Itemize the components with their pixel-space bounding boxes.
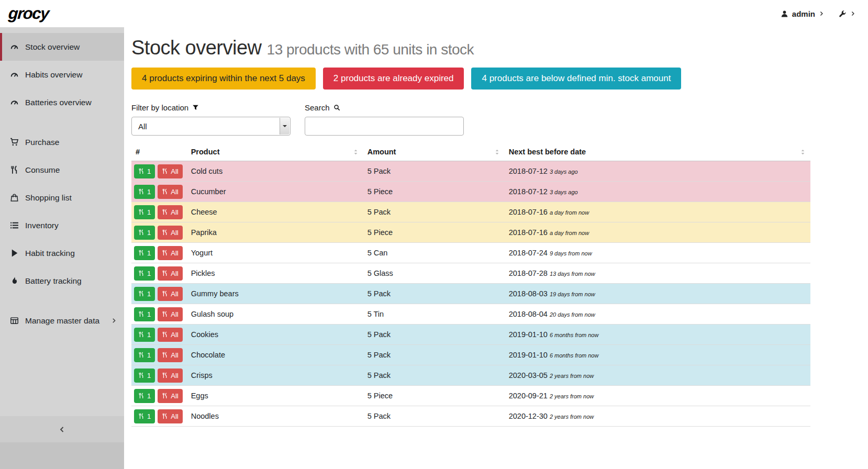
utensils-icon <box>162 250 168 256</box>
select-caret-icon <box>280 118 290 135</box>
stock-row: 1AllPaprika5 Piece2018-07-16 a day from … <box>131 222 810 243</box>
row-actions-cell: 1All <box>131 182 187 202</box>
consume-all-button[interactable]: All <box>158 348 182 362</box>
sidebar-item-battery-tracking[interactable]: Battery tracking <box>0 267 124 295</box>
date-cell: 2020-12-30 2 years from now <box>505 406 810 427</box>
consume-one-button[interactable]: 1 <box>134 185 155 199</box>
utensils-icon <box>162 168 168 174</box>
flame-icon <box>9 276 19 285</box>
row-actions-cell: 1All <box>131 345 187 365</box>
consume-one-button[interactable]: 1 <box>134 205 155 219</box>
utensils-icon <box>138 270 144 276</box>
consume-all-button[interactable]: All <box>158 185 182 199</box>
sidebar-item-shopping-list[interactable]: Shopping list <box>0 184 124 211</box>
row-actions-cell: 1All <box>131 365 187 386</box>
utensils-icon <box>162 209 168 215</box>
bag-icon <box>9 193 19 202</box>
sidebar: Stock overviewHabits overviewBatteries o… <box>0 27 124 469</box>
alert-below-min-stock[interactable]: 4 products are below defined min. stock … <box>471 68 681 90</box>
consume-one-button[interactable]: 1 <box>134 409 155 423</box>
filter-icon <box>192 104 199 111</box>
sort-icon[interactable] <box>494 149 500 155</box>
sidebar-item-batteries-overview[interactable]: Batteries overview <box>0 88 124 116</box>
gauge-icon <box>9 42 19 51</box>
consume-one-button[interactable]: 1 <box>134 328 155 342</box>
consume-all-button[interactable]: All <box>158 226 182 240</box>
amount-cell: 5 Piece <box>363 182 505 202</box>
alert-already-expired[interactable]: 2 products are already expired <box>323 68 464 90</box>
consume-one-button[interactable]: 1 <box>134 266 155 281</box>
consume-all-button[interactable]: All <box>158 164 182 178</box>
sidebar-item-manage-master-data[interactable]: Manage master data <box>0 307 124 334</box>
sidebar-item-inventory[interactable]: Inventory <box>0 211 124 239</box>
utensils-icon <box>162 352 168 358</box>
consume-one-button[interactable]: 1 <box>134 389 155 403</box>
location-filter-select[interactable]: All <box>131 117 291 136</box>
user-menu[interactable]: admin <box>781 9 824 18</box>
amount-cell: 5 Can <box>363 243 505 263</box>
row-actions-cell: 1All <box>131 202 187 222</box>
product-cell: Paprika <box>187 222 363 243</box>
utensils-icon <box>138 352 144 358</box>
amount-cell: 5 Pack <box>363 202 505 222</box>
app-header: grocy admin <box>0 0 868 27</box>
product-cell: Eggs <box>187 386 363 406</box>
consume-one-button[interactable]: 1 <box>134 246 155 260</box>
sidebar-item-habit-tracking[interactable]: Habit tracking <box>0 239 124 267</box>
page-subtitle: 13 products with 65 units in stock <box>267 41 474 58</box>
product-cell: Cheese <box>187 202 363 222</box>
consume-all-button[interactable]: All <box>158 205 182 219</box>
consume-all-button[interactable]: All <box>158 266 182 281</box>
sidebar-item-consume[interactable]: Consume <box>0 156 124 184</box>
consume-all-button[interactable]: All <box>158 246 182 260</box>
consume-one-button[interactable]: 1 <box>134 368 155 383</box>
consume-all-button[interactable]: All <box>158 368 182 383</box>
location-filter-value: All <box>138 122 147 131</box>
date-cell: 2018-08-03 19 days from now <box>505 284 810 304</box>
amount-cell: 5 Pack <box>363 406 505 427</box>
consume-one-button[interactable]: 1 <box>134 226 155 240</box>
stock-row: 1AllGulash soup5 Tin2018-08-04 20 days f… <box>131 304 810 325</box>
stock-row: 1AllGummy bears5 Pack2018-08-03 19 days … <box>131 284 810 304</box>
column-header-next-best-before-date[interactable]: Next best before date <box>505 143 810 161</box>
sidebar-item-purchase[interactable]: Purchase <box>0 128 124 156</box>
sort-icon[interactable] <box>799 149 806 155</box>
row-actions-cell: 1All <box>131 386 187 406</box>
sort-icon[interactable] <box>352 149 359 155</box>
utensils-icon <box>138 331 144 338</box>
consume-all-button[interactable]: All <box>158 389 182 403</box>
sidebar-item-stock-overview[interactable]: Stock overview <box>0 33 124 61</box>
consume-all-button[interactable]: All <box>158 328 182 342</box>
consume-one-button[interactable]: 1 <box>134 287 155 301</box>
sidebar-item-label: Manage master data <box>25 316 105 326</box>
consume-all-button[interactable]: All <box>158 287 182 301</box>
sidebar-collapse-button[interactable] <box>0 416 124 442</box>
date-cell: 2020-03-05 2 years from now <box>505 365 810 386</box>
app-logo: grocy <box>8 4 49 23</box>
sidebar-divider <box>0 295 124 307</box>
column-header-product[interactable]: Product <box>187 143 363 161</box>
sidebar-item-label: Battery tracking <box>25 276 117 286</box>
user-icon <box>781 10 788 18</box>
utensils-icon <box>138 209 144 215</box>
column-header-amount[interactable]: Amount <box>363 143 505 161</box>
search-input[interactable] <box>305 117 464 136</box>
row-actions-cell: 1All <box>131 161 187 182</box>
utensils-icon <box>138 168 144 174</box>
sidebar-item-habits-overview[interactable]: Habits overview <box>0 61 124 88</box>
consume-one-button[interactable]: 1 <box>134 164 155 178</box>
consume-one-button[interactable]: 1 <box>134 348 155 362</box>
sidebar-divider <box>0 116 124 128</box>
consume-all-button[interactable]: All <box>158 409 182 423</box>
settings-menu[interactable] <box>839 10 855 18</box>
product-cell: Gummy bears <box>187 284 363 304</box>
alert-expiring-soon[interactable]: 4 products expiring within the next 5 da… <box>131 68 316 90</box>
consume-all-button[interactable]: All <box>158 307 182 321</box>
user-menu-label: admin <box>792 9 815 18</box>
list-icon <box>9 221 19 230</box>
product-cell: Noodles <box>187 406 363 427</box>
consume-one-button[interactable]: 1 <box>134 307 155 321</box>
status-alerts: 4 products expiring within the next 5 da… <box>131 68 810 90</box>
amount-cell: 5 Pack <box>363 284 505 304</box>
date-cell: 2018-07-16 a day from now <box>505 202 810 222</box>
